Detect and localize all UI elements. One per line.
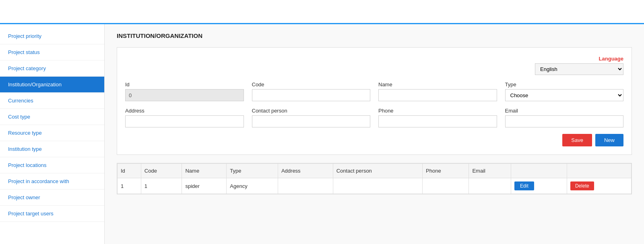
phone-input[interactable] [378,115,497,127]
save-button[interactable]: Save [562,134,592,146]
language-row: Language English [125,56,623,75]
code-input[interactable] [252,89,371,101]
id-label: Id [125,81,244,88]
cell-contact-person [333,178,422,194]
id-input [125,89,244,101]
form-group-code: Code [252,81,371,101]
edit-button[interactable]: Edit [514,181,534,190]
main-content: INSTITUTION/ORGANIZATION Language Englis… [105,24,644,244]
type-select[interactable]: Choose [505,89,624,101]
top-bar [0,0,644,24]
col-type: Type [227,164,278,178]
sidebar-item-currencies[interactable]: Currencies [0,93,104,109]
contact-person-label: Contact person [252,108,371,114]
new-button[interactable]: New [595,134,623,146]
sidebar-item-project-in-accordance-with[interactable]: Project in accordance with [0,173,104,190]
sidebar-item-project-category[interactable]: Project category [0,60,104,77]
col-code: Code [141,164,182,178]
cell-email [469,178,511,194]
delete-button[interactable]: Delete [570,181,594,190]
form-container: Language English Id Code Name [117,47,632,155]
section-title: INSTITUTION/ORGANIZATION [117,32,632,39]
button-row: Save New [125,134,623,146]
sidebar-item-project-locations[interactable]: Project locations [0,157,104,173]
name-label: Name [378,81,497,88]
cell-address [278,178,333,194]
col-name: Name [182,164,227,178]
cell-phone [423,178,469,194]
email-label: Email [505,108,624,114]
table-head: Id Code Name Type Address Contact person… [118,164,632,178]
table-container: Id Code Name Type Address Contact person… [117,163,632,194]
cell-id: 1 [118,178,141,194]
data-table: Id Code Name Type Address Contact person… [117,163,632,194]
form-group-name: Name [378,81,497,101]
table-row: 1 1 spider Agency Edit Delete [118,178,632,194]
code-label: Code [252,81,371,88]
name-input[interactable] [378,89,497,101]
col-contact-person: Contact person [333,164,422,178]
phone-label: Phone [378,108,497,114]
col-email: Email [469,164,511,178]
sidebar-item-institution-organization[interactable]: Institution/Organization [0,77,104,93]
form-group-id: Id [125,81,244,101]
cell-code: 1 [141,178,182,194]
form-group-phone: Phone [378,108,497,127]
address-label: Address [125,108,244,114]
sidebar: Project priorityProject statusProject ca… [0,24,105,244]
col-id: Id [118,164,141,178]
table-body: 1 1 spider Agency Edit Delete [118,178,632,194]
cell-delete: Delete [567,178,631,194]
sidebar-item-project-status[interactable]: Project status [0,44,104,60]
email-input[interactable] [505,115,624,127]
cell-edit: Edit [511,178,567,194]
form-row-2: Address Contact person Phone Email [125,108,623,127]
sidebar-item-cost-type[interactable]: Cost type [0,109,104,125]
form-row-1: Id Code Name Type Choose [125,81,623,101]
cell-type: Agency [227,178,278,194]
sidebar-item-institution-type[interactable]: Institution type [0,141,104,157]
sidebar-item-project-owner[interactable]: Project owner [0,190,104,206]
address-input[interactable] [125,115,244,127]
table-header-row: Id Code Name Type Address Contact person… [118,164,632,178]
col-phone: Phone [423,164,469,178]
sidebar-item-project-target-users[interactable]: Project target users [0,206,104,222]
form-group-contact-person: Contact person [252,108,371,127]
form-group-type: Type Choose [505,81,624,101]
language-label: Language [599,56,623,62]
cell-name: spider [182,178,227,194]
form-group-address: Address [125,108,244,127]
sidebar-item-project-priority[interactable]: Project priority [0,28,104,44]
language-select-wrap: Language English [535,56,623,75]
contact-person-input[interactable] [252,115,371,127]
sidebar-item-resource-type[interactable]: Resource type [0,125,104,141]
form-group-email: Email [505,108,624,127]
col-address: Address [278,164,333,178]
language-select[interactable]: English [535,63,623,75]
type-label: Type [505,81,624,88]
col-actions-2 [567,164,631,178]
col-actions-1 [511,164,567,178]
